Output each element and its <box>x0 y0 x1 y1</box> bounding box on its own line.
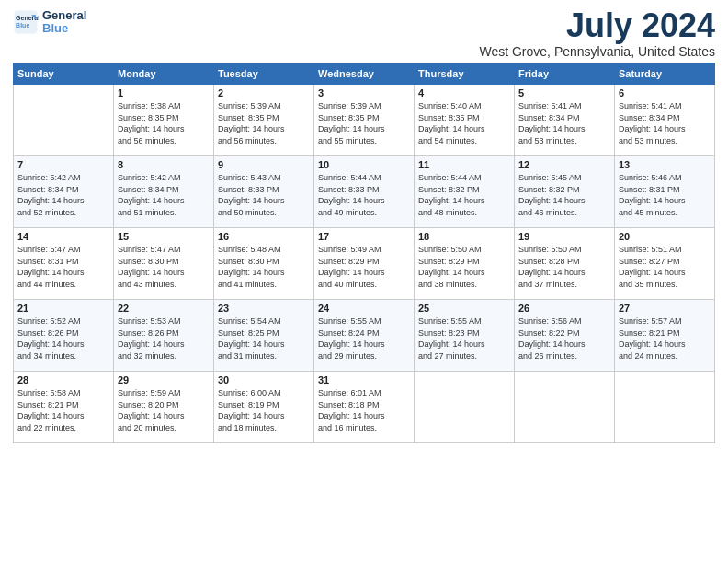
calendar-cell: 17Sunrise: 5:49 AMSunset: 8:29 PMDayligh… <box>314 228 415 300</box>
day-number: 24 <box>318 303 410 314</box>
calendar-cell: 19Sunrise: 5:50 AMSunset: 8:28 PMDayligh… <box>515 228 615 300</box>
calendar-cell: 20Sunrise: 5:51 AMSunset: 8:27 PMDayligh… <box>615 228 715 300</box>
calendar-cell: 2Sunrise: 5:39 AMSunset: 8:35 PMDaylight… <box>214 85 314 156</box>
header-row: Sunday Monday Tuesday Wednesday Thursday… <box>14 63 715 85</box>
day-number: 10 <box>318 159 410 170</box>
day-info: Sunrise: 5:54 AMSunset: 8:25 PMDaylight:… <box>218 316 310 362</box>
day-info: Sunrise: 5:56 AMSunset: 8:22 PMDaylight:… <box>518 316 610 362</box>
day-number: 26 <box>518 303 610 314</box>
col-wednesday: Wednesday <box>314 63 415 85</box>
day-info: Sunrise: 5:39 AMSunset: 8:35 PMDaylight:… <box>318 100 410 146</box>
calendar-cell: 11Sunrise: 5:44 AMSunset: 8:32 PMDayligh… <box>415 156 515 228</box>
day-info: Sunrise: 5:48 AMSunset: 8:30 PMDaylight:… <box>218 244 310 290</box>
day-number: 9 <box>218 159 310 170</box>
calendar-cell: 14Sunrise: 5:47 AMSunset: 8:31 PMDayligh… <box>14 228 114 300</box>
day-info: Sunrise: 5:41 AMSunset: 8:34 PMDaylight:… <box>518 100 610 146</box>
calendar-cell: 13Sunrise: 5:46 AMSunset: 8:31 PMDayligh… <box>615 156 715 228</box>
day-info: Sunrise: 5:55 AMSunset: 8:24 PMDaylight:… <box>318 316 410 362</box>
day-number: 4 <box>418 87 510 98</box>
day-number: 27 <box>619 303 711 314</box>
calendar-cell: 25Sunrise: 5:55 AMSunset: 8:23 PMDayligh… <box>415 300 515 372</box>
day-number: 8 <box>118 159 210 170</box>
calendar-cell: 12Sunrise: 5:45 AMSunset: 8:32 PMDayligh… <box>515 156 615 228</box>
day-number: 25 <box>418 303 510 314</box>
day-info: Sunrise: 5:53 AMSunset: 8:26 PMDaylight:… <box>118 316 210 362</box>
svg-text:Blue: Blue <box>16 23 29 29</box>
calendar-cell: 4Sunrise: 5:40 AMSunset: 8:35 PMDaylight… <box>415 85 515 156</box>
day-info: Sunrise: 5:59 AMSunset: 8:20 PMDaylight:… <box>118 387 210 433</box>
col-thursday: Thursday <box>415 63 515 85</box>
col-monday: Monday <box>114 63 214 85</box>
day-number: 16 <box>218 231 310 242</box>
calendar-cell: 31Sunrise: 6:01 AMSunset: 8:18 PMDayligh… <box>314 372 415 443</box>
day-info: Sunrise: 5:57 AMSunset: 8:21 PMDaylight:… <box>619 316 711 362</box>
calendar-cell: 30Sunrise: 6:00 AMSunset: 8:19 PMDayligh… <box>214 372 314 443</box>
col-friday: Friday <box>515 63 615 85</box>
calendar-cell: 28Sunrise: 5:58 AMSunset: 8:21 PMDayligh… <box>14 372 114 443</box>
day-number: 12 <box>518 159 610 170</box>
calendar-cell: 1Sunrise: 5:38 AMSunset: 8:35 PMDaylight… <box>114 85 214 156</box>
day-number: 20 <box>619 231 711 242</box>
calendar-cell: 21Sunrise: 5:52 AMSunset: 8:26 PMDayligh… <box>14 300 114 372</box>
day-info: Sunrise: 5:42 AMSunset: 8:34 PMDaylight:… <box>17 172 109 218</box>
logo-icon: General Blue <box>13 9 39 35</box>
day-number: 2 <box>218 87 310 98</box>
calendar-cell: 24Sunrise: 5:55 AMSunset: 8:24 PMDayligh… <box>314 300 415 372</box>
day-number: 23 <box>218 303 310 314</box>
col-saturday: Saturday <box>615 63 715 85</box>
calendar-cell: 7Sunrise: 5:42 AMSunset: 8:34 PMDaylight… <box>14 156 114 228</box>
calendar-cell: 16Sunrise: 5:48 AMSunset: 8:30 PMDayligh… <box>214 228 314 300</box>
day-number: 18 <box>418 231 510 242</box>
day-number: 1 <box>118 87 210 98</box>
calendar-cell <box>515 372 615 443</box>
title-block: July 2024 West Grove, Pennsylvania, Unit… <box>479 9 715 59</box>
calendar-cell <box>14 85 114 156</box>
calendar-cell: 15Sunrise: 5:47 AMSunset: 8:30 PMDayligh… <box>114 228 214 300</box>
day-info: Sunrise: 5:47 AMSunset: 8:31 PMDaylight:… <box>17 244 109 290</box>
main-container: General Blue General Blue July 2024 West… <box>0 0 728 451</box>
day-info: Sunrise: 5:55 AMSunset: 8:23 PMDaylight:… <box>418 316 510 362</box>
day-info: Sunrise: 5:51 AMSunset: 8:27 PMDaylight:… <box>619 244 711 290</box>
day-number: 13 <box>619 159 711 170</box>
calendar-cell <box>415 372 515 443</box>
day-number: 14 <box>17 231 109 242</box>
day-number: 15 <box>118 231 210 242</box>
calendar-cell: 6Sunrise: 5:41 AMSunset: 8:34 PMDaylight… <box>615 85 715 156</box>
day-info: Sunrise: 5:50 AMSunset: 8:28 PMDaylight:… <box>518 244 610 290</box>
calendar-cell: 18Sunrise: 5:50 AMSunset: 8:29 PMDayligh… <box>415 228 515 300</box>
day-info: Sunrise: 5:42 AMSunset: 8:34 PMDaylight:… <box>118 172 210 218</box>
day-number: 19 <box>518 231 610 242</box>
day-number: 30 <box>218 374 310 385</box>
calendar-table: Sunday Monday Tuesday Wednesday Thursday… <box>13 63 715 443</box>
header: General Blue General Blue July 2024 West… <box>13 9 715 59</box>
calendar-cell: 27Sunrise: 5:57 AMSunset: 8:21 PMDayligh… <box>615 300 715 372</box>
day-info: Sunrise: 6:01 AMSunset: 8:18 PMDaylight:… <box>318 387 410 433</box>
calendar-cell: 5Sunrise: 5:41 AMSunset: 8:34 PMDaylight… <box>515 85 615 156</box>
day-number: 3 <box>318 87 410 98</box>
day-info: Sunrise: 5:52 AMSunset: 8:26 PMDaylight:… <box>17 316 109 362</box>
day-info: Sunrise: 5:46 AMSunset: 8:31 PMDaylight:… <box>619 172 711 218</box>
day-number: 7 <box>17 159 109 170</box>
day-number: 31 <box>318 374 410 385</box>
day-info: Sunrise: 5:39 AMSunset: 8:35 PMDaylight:… <box>218 100 310 146</box>
day-info: Sunrise: 5:45 AMSunset: 8:32 PMDaylight:… <box>518 172 610 218</box>
logo-text: General Blue <box>42 9 86 36</box>
day-info: Sunrise: 5:50 AMSunset: 8:29 PMDaylight:… <box>418 244 510 290</box>
calendar-cell: 9Sunrise: 5:43 AMSunset: 8:33 PMDaylight… <box>214 156 314 228</box>
day-number: 22 <box>118 303 210 314</box>
month-title: July 2024 <box>479 9 715 42</box>
day-info: Sunrise: 6:00 AMSunset: 8:19 PMDaylight:… <box>218 387 310 433</box>
day-number: 5 <box>518 87 610 98</box>
day-number: 29 <box>118 374 210 385</box>
location: West Grove, Pennsylvania, United States <box>479 44 715 59</box>
day-info: Sunrise: 5:49 AMSunset: 8:29 PMDaylight:… <box>318 244 410 290</box>
calendar-cell: 26Sunrise: 5:56 AMSunset: 8:22 PMDayligh… <box>515 300 615 372</box>
calendar-cell: 8Sunrise: 5:42 AMSunset: 8:34 PMDaylight… <box>114 156 214 228</box>
calendar-cell: 29Sunrise: 5:59 AMSunset: 8:20 PMDayligh… <box>114 372 214 443</box>
calendar-cell: 10Sunrise: 5:44 AMSunset: 8:33 PMDayligh… <box>314 156 415 228</box>
day-info: Sunrise: 5:41 AMSunset: 8:34 PMDaylight:… <box>619 100 711 146</box>
calendar-cell: 23Sunrise: 5:54 AMSunset: 8:25 PMDayligh… <box>214 300 314 372</box>
day-info: Sunrise: 5:43 AMSunset: 8:33 PMDaylight:… <box>218 172 310 218</box>
day-info: Sunrise: 5:40 AMSunset: 8:35 PMDaylight:… <box>418 100 510 146</box>
calendar-cell: 3Sunrise: 5:39 AMSunset: 8:35 PMDaylight… <box>314 85 415 156</box>
